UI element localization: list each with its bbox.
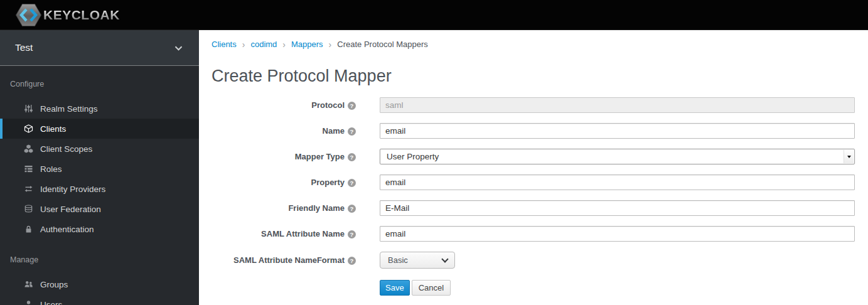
sidebar-heading-configure: Configure xyxy=(0,75,199,99)
help-icon[interactable]: ? xyxy=(348,153,356,161)
saml-attribute-nameformat-select[interactable]: Basic xyxy=(380,252,455,269)
sidebar-section: Configure Realm Settings Clients Client … xyxy=(0,75,199,239)
sidebar-item-authentication[interactable]: Authentication xyxy=(0,219,199,239)
sidebar-item-groups[interactable]: Groups xyxy=(0,274,199,294)
realm-name: Test xyxy=(15,42,33,53)
help-icon[interactable]: ? xyxy=(348,257,356,265)
breadcrumb-link-codimd[interactable]: codimd xyxy=(250,38,277,51)
sidebar-heading-manage: Manage xyxy=(0,250,199,274)
cubes-icon xyxy=(24,144,34,153)
help-icon[interactable]: ? xyxy=(348,102,356,110)
breadcrumb-separator-icon: › xyxy=(282,38,286,51)
database-icon xyxy=(24,205,34,213)
form-label: Friendly Name? xyxy=(212,203,356,213)
sliders-icon xyxy=(24,104,34,113)
breadcrumb-link-clients[interactable]: Clients xyxy=(212,38,237,51)
breadcrumb: Clients › codimd › Mappers › Create Prot… xyxy=(212,38,855,51)
form-actions: Save Cancel xyxy=(380,280,855,296)
save-button[interactable]: Save xyxy=(380,280,410,296)
sidebar-item-user-federation[interactable]: User Federation xyxy=(0,199,199,219)
logo-text: KEYCLOAK xyxy=(43,8,120,23)
form-label: SAML Attribute Name? xyxy=(212,229,356,238)
sidebar-item-client-scopes[interactable]: Client Scopes xyxy=(0,139,199,159)
form-label: Name? xyxy=(212,126,356,136)
form-row-saml-attribute-name: SAML Attribute Name? xyxy=(212,226,855,242)
sidebar-item-clients[interactable]: Clients xyxy=(0,119,199,139)
friendly-name-input[interactable] xyxy=(380,200,855,216)
form-row-friendly-name: Friendly Name? xyxy=(212,200,855,216)
select-value: Basic xyxy=(388,255,408,265)
saml-attribute-name-input[interactable] xyxy=(380,226,855,242)
name-input[interactable] xyxy=(380,123,855,139)
sidebar-section: Manage Groups Users xyxy=(0,250,199,305)
realm-selector[interactable]: Test xyxy=(0,30,199,66)
property-input[interactable] xyxy=(380,174,855,190)
form-row-property: Property? xyxy=(212,174,855,190)
form-row-mapper-type: Mapper Type? User Property xyxy=(212,149,855,164)
help-icon[interactable]: ? xyxy=(348,127,356,136)
sidebar-nav: Configure Realm Settings Clients Client … xyxy=(0,66,199,305)
sidebar-item-roles[interactable]: Roles xyxy=(0,159,199,179)
protocol-input xyxy=(380,97,855,113)
sidebar-item-users[interactable]: Users xyxy=(0,294,199,305)
mapper-form: Protocol? Name? Mapper Type? User Proper… xyxy=(212,97,855,296)
form-row-protocol: Protocol? xyxy=(212,97,855,113)
breadcrumb-current: Create Protocol Mappers xyxy=(337,38,428,51)
page-title: Create Protocol Mapper xyxy=(212,67,855,85)
sidebar-item-identity-providers[interactable]: Identity Providers xyxy=(0,179,199,199)
dropdown-arrow-icon[interactable] xyxy=(844,150,854,163)
chevron-down-icon xyxy=(441,255,448,262)
groups-icon xyxy=(24,280,34,289)
main-content: Clients › codimd › Mappers › Create Prot… xyxy=(199,30,868,305)
sidebar-item-realm-settings[interactable]: Realm Settings xyxy=(0,99,199,119)
help-icon[interactable]: ? xyxy=(348,205,356,213)
help-icon[interactable]: ? xyxy=(348,230,356,238)
breadcrumb-separator-icon: › xyxy=(242,38,245,51)
breadcrumb-item: Mappers › xyxy=(291,38,337,51)
breadcrumb-link-mappers[interactable]: Mappers xyxy=(291,38,323,51)
topbar: KEYCLOAK xyxy=(0,0,868,30)
keycloak-logo-icon xyxy=(16,4,41,26)
user-icon xyxy=(24,300,34,305)
breadcrumb-item: Clients › xyxy=(212,38,250,51)
help-icon[interactable]: ? xyxy=(348,179,356,187)
mapper-type-select[interactable]: User Property xyxy=(380,149,855,164)
breadcrumb-separator-icon: › xyxy=(329,38,332,51)
roles-icon xyxy=(24,164,34,173)
chevron-down-icon xyxy=(174,42,183,53)
lock-icon xyxy=(24,225,34,233)
form-label: Mapper Type? xyxy=(212,152,356,161)
keycloak-logo[interactable]: KEYCLOAK xyxy=(16,4,120,26)
form-label: SAML Attribute NameFormat? xyxy=(212,255,356,265)
form-label: Property? xyxy=(212,178,356,187)
exchange-icon xyxy=(24,185,34,193)
sidebar: Test Configure Realm Settings Clients Cl… xyxy=(0,30,199,305)
breadcrumb-item: codimd › xyxy=(250,38,291,51)
form-row-name: Name? xyxy=(212,123,855,139)
cancel-button[interactable]: Cancel xyxy=(412,280,451,296)
select-value: User Property xyxy=(387,149,439,164)
form-row-saml-attribute-nameformat: SAML Attribute NameFormat? Basic xyxy=(212,252,855,269)
cube-icon xyxy=(24,124,34,133)
form-label: Protocol? xyxy=(212,100,356,110)
